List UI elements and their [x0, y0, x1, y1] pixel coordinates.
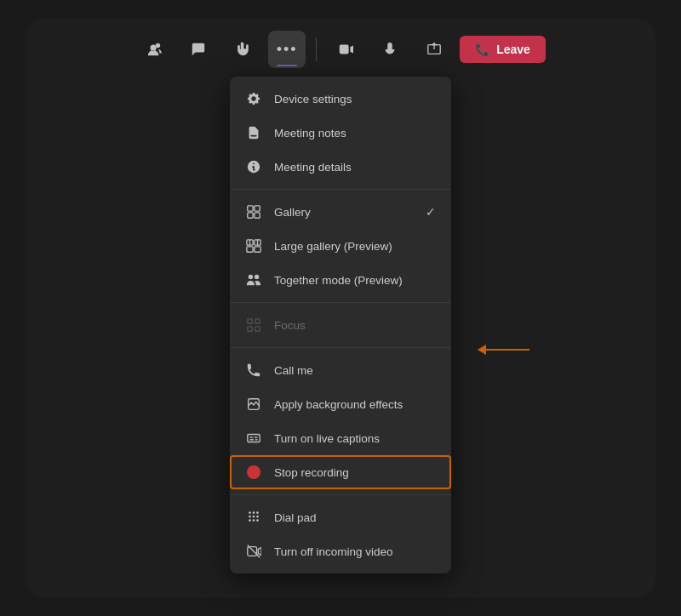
device-settings-label: Device settings: [274, 93, 352, 106]
menu-section-extras: Dial pad Turn off incoming video: [230, 494, 451, 573]
more-options-button[interactable]: •••: [268, 31, 306, 68]
focus-item: Focus: [230, 308, 451, 342]
device-settings-item[interactable]: Device settings: [230, 82, 451, 116]
call-me-item[interactable]: Call me: [230, 353, 451, 387]
captions-icon: [245, 430, 262, 447]
dots-icon: •••: [277, 41, 298, 59]
background-effects-label: Apply background effects: [274, 398, 403, 411]
raise-hand-button[interactable]: [224, 31, 261, 68]
record-dot: [247, 465, 260, 479]
large-gallery-item[interactable]: Large gallery (Preview): [230, 229, 451, 263]
svg-point-25: [256, 516, 259, 518]
together-mode-item[interactable]: Together mode (Preview): [230, 263, 451, 297]
focus-icon: [245, 317, 262, 334]
record-icon: [245, 464, 262, 481]
svg-rect-4: [255, 213, 260, 218]
svg-rect-13: [248, 327, 252, 331]
meeting-details-label: Meeting details: [274, 161, 352, 174]
dropdown-menu: Device settings Meeting notes Meeting de…: [230, 77, 451, 573]
leave-label: Leave: [496, 43, 530, 56]
live-captions-label: Turn on live captions: [274, 432, 380, 445]
mic-button[interactable]: [371, 31, 409, 68]
together-icon: [245, 271, 262, 288]
device-frame: ••• 📞 Leave: [26, 19, 655, 597]
info-icon: [245, 158, 262, 175]
focus-label: Focus: [274, 319, 306, 332]
svg-point-27: [253, 519, 255, 522]
call-me-label: Call me: [274, 364, 313, 377]
svg-point-26: [249, 519, 251, 522]
svg-rect-1: [248, 206, 253, 211]
menu-section-view: Gallery ✓ Large gallery (Preview): [230, 189, 451, 302]
svg-rect-14: [255, 327, 260, 331]
svg-point-21: [253, 511, 255, 514]
meeting-notes-item[interactable]: Meeting notes: [230, 116, 451, 150]
dialpad-icon: [245, 509, 262, 526]
gallery-label: Gallery: [274, 206, 311, 219]
toolbar-separator: [316, 37, 317, 61]
phone-icon: [245, 362, 262, 379]
live-captions-item[interactable]: Turn on live captions: [230, 421, 451, 455]
leave-button[interactable]: 📞 Leave: [460, 36, 546, 63]
people-button[interactable]: [135, 31, 173, 68]
svg-rect-12: [255, 319, 260, 323]
arrow-line: [478, 349, 529, 351]
svg-point-23: [249, 516, 251, 518]
svg-rect-3: [248, 213, 253, 218]
gallery-item[interactable]: Gallery ✓: [230, 195, 451, 229]
svg-rect-15: [248, 435, 260, 442]
dial-pad-item[interactable]: Dial pad: [230, 500, 451, 534]
stop-recording-label: Stop recording: [274, 466, 349, 479]
background-icon: [245, 396, 262, 413]
meeting-notes-label: Meeting notes: [274, 127, 346, 140]
svg-rect-11: [248, 319, 252, 323]
large-gallery-label: Large gallery (Preview): [274, 240, 392, 253]
arrow-annotation: [478, 349, 529, 351]
dial-pad-label: Dial pad: [274, 511, 317, 524]
share-button[interactable]: [415, 31, 453, 68]
gear-icon: [245, 90, 262, 107]
gallery-check-icon: ✓: [426, 205, 436, 219]
together-mode-label: Together mode (Preview): [274, 274, 403, 287]
svg-point-20: [249, 511, 251, 514]
notes-icon: [245, 124, 262, 141]
menu-section-tools: Call me Apply background effects: [230, 347, 451, 494]
meeting-details-item[interactable]: Meeting details: [230, 150, 451, 184]
svg-point-28: [256, 519, 259, 522]
svg-rect-7: [247, 247, 253, 252]
svg-rect-2: [255, 206, 260, 211]
large-gallery-icon: [245, 237, 262, 254]
video-off-icon: [245, 543, 262, 560]
svg-rect-8: [255, 247, 260, 252]
menu-section-focus: Focus: [230, 302, 451, 347]
stop-recording-item[interactable]: Stop recording: [230, 455, 451, 489]
background-effects-item[interactable]: Apply background effects: [230, 387, 451, 421]
toolbar: ••• 📞 Leave: [26, 19, 655, 77]
chat-button[interactable]: [180, 31, 217, 68]
menu-section-general: Device settings Meeting notes Meeting de…: [230, 77, 451, 189]
camera-button[interactable]: [327, 31, 364, 68]
incoming-video-item[interactable]: Turn off incoming video: [230, 534, 451, 568]
phone-icon: 📞: [475, 43, 489, 56]
svg-point-24: [253, 516, 255, 518]
svg-point-22: [256, 511, 259, 514]
gallery-icon: [245, 203, 262, 220]
incoming-video-label: Turn off incoming video: [274, 545, 393, 558]
